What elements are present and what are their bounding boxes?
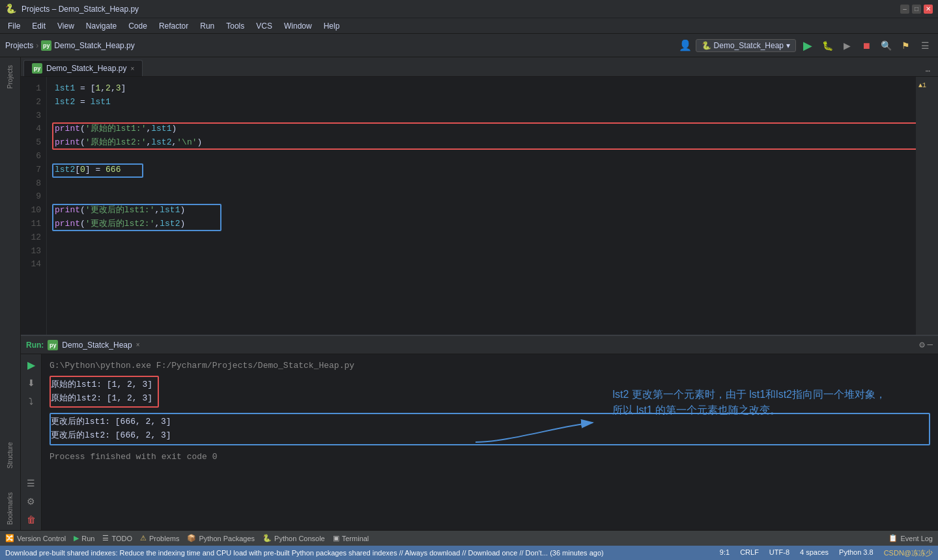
sidebar-projects-label[interactable]: Projects [4, 60, 16, 94]
code-content[interactable]: lst1 = [1,2,3] lst2 = lst1 print('原始的lst… [47, 77, 916, 335]
sidebar-bookmarks-label[interactable]: Bookmarks [4, 487, 16, 530]
menu-window[interactable]: Window [279, 20, 317, 32]
code-line-3 [55, 109, 916, 123]
code-line-12 [55, 231, 916, 245]
status-line-sep[interactable]: CRLF [740, 548, 759, 558]
menu-code[interactable]: Code [123, 20, 152, 32]
run-panel-gear-icon[interactable]: ⚙ [919, 339, 924, 350]
run-item[interactable]: ▶ Run [74, 534, 94, 542]
python-console-icon: 🐍 [263, 534, 272, 542]
bottom-toolbar: 🔀 Version Control ▶ Run ☰ TODO ⚠ Problem… [0, 530, 938, 546]
search-button[interactable]: 🔍 [878, 38, 894, 53]
code-line-7: lst2[0] = 666 [55, 163, 916, 177]
version-control-item[interactable]: 🔀 Version Control [5, 534, 66, 542]
coverage-button[interactable]: ▶ [839, 38, 855, 53]
run-panel-close[interactable]: × [136, 341, 140, 348]
toolbar-left: Projects › py Demo_Statck_Heap.py [5, 40, 135, 51]
sidebar-structure-label[interactable]: Structure [4, 437, 16, 474]
title-bar: 🐍 Projects – Demo_Statck_Heap.py – □ ✕ [0, 0, 938, 18]
terminal-icon: ▣ [333, 534, 339, 542]
run-panel-scroll-button[interactable]: ⤵ [23, 393, 39, 409]
version-control-icon: 🔀 [5, 534, 14, 542]
status-encoding[interactable]: UTF-8 [769, 548, 789, 558]
menu-refactor[interactable]: Refactor [154, 20, 193, 32]
run-panel-settings-button[interactable]: ⚙ [23, 494, 39, 509]
run-button[interactable]: ▶ [800, 38, 816, 53]
menu-file[interactable]: File [3, 20, 25, 32]
tab-more-icon[interactable]: ⋯ [920, 66, 935, 76]
close-button[interactable]: ✕ [924, 5, 933, 14]
menu-vcs[interactable]: VCS [251, 20, 277, 32]
python-packages-item[interactable]: 📦 Python Packages [187, 534, 255, 542]
status-position[interactable]: 9:1 [720, 548, 730, 558]
status-python-version[interactable]: Python 3.8 [839, 548, 874, 558]
event-log-item[interactable]: 📋 Event Log [888, 534, 933, 542]
run-panel-run-button[interactable]: ▶ [23, 357, 39, 372]
debug-button[interactable]: 🐛 [819, 38, 835, 53]
projects-label[interactable]: Projects [5, 41, 33, 50]
maximize-button[interactable]: □ [912, 5, 921, 14]
run-panel-down-button[interactable]: ⬇ [23, 375, 39, 391]
todo-item[interactable]: ☰ TODO [102, 534, 132, 542]
account-icon[interactable]: 👤 [679, 39, 692, 52]
code-editor[interactable]: 1 2 3 4 5 6 7 8 9 10 11 12 13 14 [21, 77, 938, 335]
output-blue-box: 更改后的lst1: [666, 2, 3] 更改后的lst2: [666, 2,… [50, 413, 930, 445]
menu-view[interactable]: View [52, 20, 79, 32]
python-console-item[interactable]: 🐍 Python Console [263, 534, 325, 542]
code-line-8 [55, 177, 916, 191]
problems-icon: ⚠ [140, 534, 147, 542]
editor-scrollbar[interactable] [929, 77, 938, 335]
run-panel-minimize-icon[interactable]: — [928, 339, 933, 350]
run-config-dropdown[interactable]: 🐍 Demo_Statck_Heap ▾ [696, 39, 796, 52]
file-label[interactable]: Demo_Statck_Heap.py [54, 41, 134, 50]
stop-button[interactable]: ⏹ [859, 38, 874, 53]
menu-edit[interactable]: Edit [27, 20, 51, 32]
notifications-button[interactable]: ⚑ [898, 38, 913, 53]
status-indent[interactable]: 4 spaces [800, 548, 829, 558]
left-sidebar: Projects Structure Bookmarks [0, 57, 21, 530]
menu-navigate[interactable]: Navigate [81, 20, 122, 32]
menu-help[interactable]: Help [319, 20, 345, 32]
status-bar: Download pre-built shared indexes: Reduc… [0, 546, 938, 560]
run-panel-name[interactable]: Demo_Statck_Heap [62, 341, 132, 350]
minimize-button[interactable]: – [900, 5, 909, 14]
terminal-item[interactable]: ▣ Terminal [333, 534, 369, 542]
config-label: Demo_Statck_Heap [714, 41, 784, 50]
menu-run[interactable]: Run [195, 20, 220, 32]
todo-icon: ☰ [102, 534, 109, 542]
problems-label: Problems [149, 535, 179, 542]
menu-tools[interactable]: Tools [221, 20, 249, 32]
tab-close-button[interactable]: × [130, 65, 134, 72]
problems-item[interactable]: ⚠ Problems [140, 534, 179, 542]
tab-file-icon: py [32, 63, 42, 74]
more-button[interactable]: ☰ [917, 38, 933, 53]
csdn-watermark: CSDN@冻冻少 [884, 548, 933, 558]
run-label: Run: [26, 341, 44, 350]
output-line-1: 原始的lst1: [1, 2, 3] [51, 378, 152, 392]
tab-bar: py Demo_Statck_Heap.py × ⋯ [21, 57, 938, 77]
code-line-2: lst2 = lst1 [55, 96, 916, 109]
todo-label: TODO [111, 535, 132, 542]
python-packages-label: Python Packages [199, 535, 255, 542]
run-panel-list-button[interactable]: ☰ [23, 475, 39, 491]
editor-area: py Demo_Statck_Heap.py × ⋯ 1 2 3 4 5 6 7… [21, 57, 938, 335]
output-red-box: 原始的lst1: [1, 2, 3] 原始的lst2: [1, 2, 3] [50, 376, 159, 408]
editor-tab[interactable]: py Demo_Statck_Heap.py × [23, 60, 143, 76]
menu-bar: File Edit View Navigate Code Refactor Ru… [0, 18, 938, 34]
toolbar-right: 👤 🐍 Demo_Statck_Heap ▾ ▶ 🐛 ▶ ⏹ 🔍 ⚑ ☰ [679, 38, 933, 53]
tab-file-name: Demo_Statck_Heap.py [46, 64, 126, 73]
code-line-11: print('更改后的lst2:',lst2) [55, 217, 916, 231]
breadcrumb: Projects › py Demo_Statck_Heap.py [5, 40, 135, 51]
bottom-toolbar-left: 🔀 Version Control ▶ Run ☰ TODO ⚠ Problem… [5, 534, 369, 542]
code-line-9 [55, 190, 916, 204]
toolbar: Projects › py Demo_Statck_Heap.py 👤 🐍 De… [0, 34, 938, 57]
python-console-label: Python Console [274, 535, 325, 542]
output-line-4: 更改后的lst2: [666, 2, 3] [51, 429, 924, 443]
run-panel-trash-button[interactable]: 🗑 [23, 512, 39, 527]
run-output: G:\Python\python.exe F:/Pycharm/Projects… [42, 354, 938, 530]
run-item-label: Run [81, 535, 94, 542]
annotation-text-line1: lst2 更改第一个元素时，由于 lst1和lst2指向同一个堆对象， [612, 387, 886, 402]
code-line-1: lst1 = [1,2,3] [55, 82, 916, 96]
run-command-line: G:\Python\python.exe F:/Pycharm/Projects… [50, 359, 930, 373]
code-line-14 [55, 258, 916, 272]
